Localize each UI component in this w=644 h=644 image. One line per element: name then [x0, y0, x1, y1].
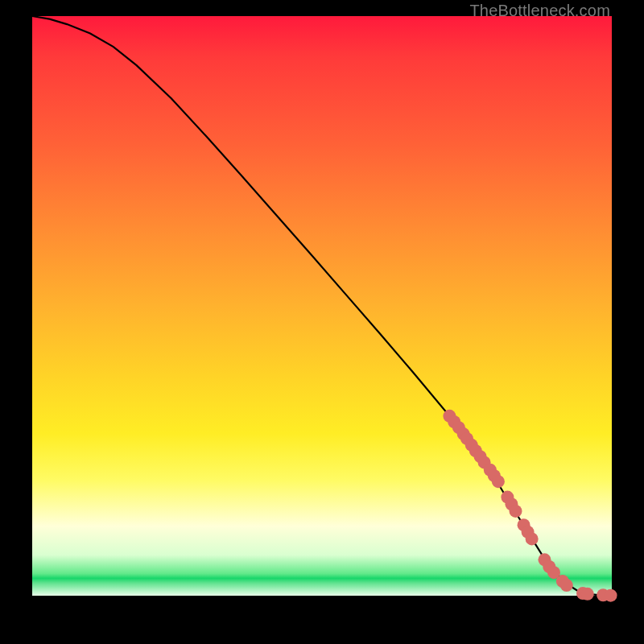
data-point	[560, 579, 573, 592]
data-point	[526, 532, 539, 545]
data-point	[581, 588, 594, 601]
bottleneck-curve	[32, 16, 612, 596]
data-point	[605, 589, 617, 602]
data-point	[509, 505, 522, 518]
chart-svg	[32, 16, 612, 596]
data-point	[492, 475, 505, 488]
data-points-group	[443, 410, 617, 602]
chart-frame	[32, 16, 612, 596]
